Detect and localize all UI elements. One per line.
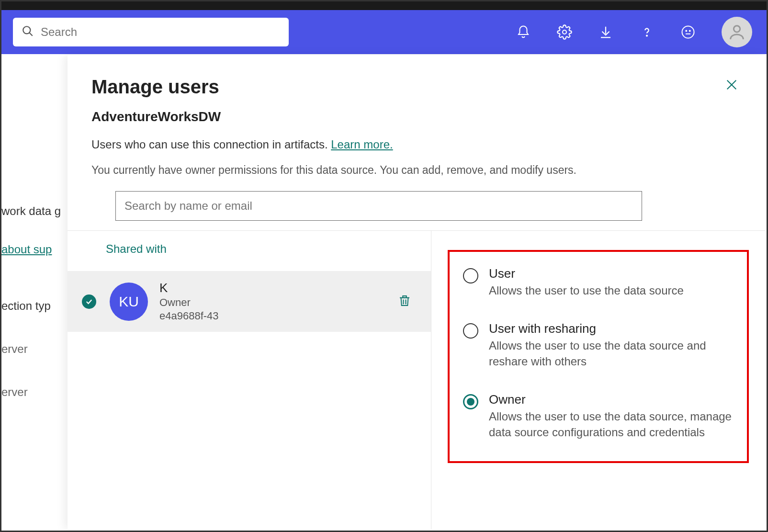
users-column: Shared with KU K Owner e4a9688f-43 (68, 231, 431, 529)
svg-point-3 (646, 35, 647, 36)
radio-text: OwnerAllows the user to use the data sou… (489, 392, 734, 440)
user-role: Owner (159, 296, 397, 309)
global-search[interactable] (13, 18, 289, 46)
user-name: K (159, 281, 397, 295)
bg-link[interactable]: about sup (1, 243, 68, 256)
svg-point-6 (689, 31, 690, 32)
window-chrome-strip (1, 1, 767, 10)
radio-icon (463, 323, 478, 339)
radio-text: UserAllows the user to use the data sour… (489, 266, 734, 298)
user-id: e4a9688f-43 (159, 310, 397, 322)
radio-label: User (489, 266, 734, 281)
panel-description: Users who can use this connection in art… (91, 138, 736, 151)
radio-text: User with resharingAllows the user to us… (489, 321, 734, 369)
role-column: UserAllows the user to use the data sour… (431, 231, 765, 529)
radio-description: Allows the user to use the data source (489, 283, 734, 298)
panel-subtitle: AdventureWorksDW (91, 109, 736, 125)
svg-point-7 (734, 26, 740, 32)
settings-icon[interactable] (557, 24, 572, 40)
user-search[interactable] (115, 191, 642, 221)
delete-user-button[interactable] (397, 294, 412, 310)
manage-users-panel: Manage users AdventureWorksDW Users who … (68, 55, 765, 529)
user-persona-avatar: KU (110, 283, 148, 321)
role-highlight-box: UserAllows the user to use the data sour… (448, 250, 749, 463)
radio-label: User with resharing (489, 321, 734, 336)
user-avatar[interactable] (722, 17, 752, 47)
bg-text: work data g (1, 204, 68, 218)
learn-more-link[interactable]: Learn more. (331, 138, 393, 151)
role-radio-user[interactable]: UserAllows the user to use the data sour… (463, 266, 734, 298)
radio-description: Allows the user to use the data source, … (489, 409, 734, 440)
panel-header: Manage users AdventureWorksDW Users who … (68, 55, 765, 221)
desc-text: Users who can use this connection in art… (91, 138, 331, 151)
svg-point-2 (563, 30, 566, 34)
panel-body: Shared with KU K Owner e4a9688f-43 (68, 231, 765, 529)
panel-owner-note: You currently have owner permissions for… (91, 164, 736, 177)
bg-text: ection typ (1, 299, 68, 313)
close-button[interactable] (723, 76, 740, 93)
global-search-input[interactable] (41, 25, 280, 39)
svg-point-0 (23, 26, 30, 34)
radio-description: Allows the user to use the data source a… (489, 338, 734, 369)
user-row[interactable]: KU K Owner e4a9688f-43 (68, 271, 431, 332)
panel-title: Manage users (91, 76, 736, 98)
role-radio-user-with-resharing[interactable]: User with resharingAllows the user to us… (463, 321, 734, 369)
svg-point-5 (686, 31, 687, 32)
tab-shared-with[interactable]: Shared with (106, 242, 167, 260)
help-icon[interactable] (639, 24, 655, 40)
topbar (1, 10, 767, 54)
user-meta: K Owner e4a9688f-43 (159, 281, 397, 322)
search-icon (22, 25, 34, 39)
bg-text: erver (1, 342, 68, 356)
role-radio-owner[interactable]: OwnerAllows the user to use the data sou… (463, 392, 734, 440)
svg-line-1 (29, 33, 33, 36)
bg-text: erver (1, 385, 68, 399)
radio-label: Owner (489, 392, 734, 407)
svg-point-4 (682, 26, 694, 38)
radio-icon (463, 394, 478, 409)
notifications-icon[interactable] (516, 24, 531, 40)
download-icon[interactable] (598, 24, 613, 40)
selected-check-icon (82, 294, 96, 309)
topbar-actions (516, 17, 767, 47)
feedback-icon[interactable] (680, 24, 696, 40)
radio-icon (463, 268, 478, 283)
user-search-input[interactable] (124, 199, 633, 213)
tab-row: Shared with (68, 242, 431, 260)
